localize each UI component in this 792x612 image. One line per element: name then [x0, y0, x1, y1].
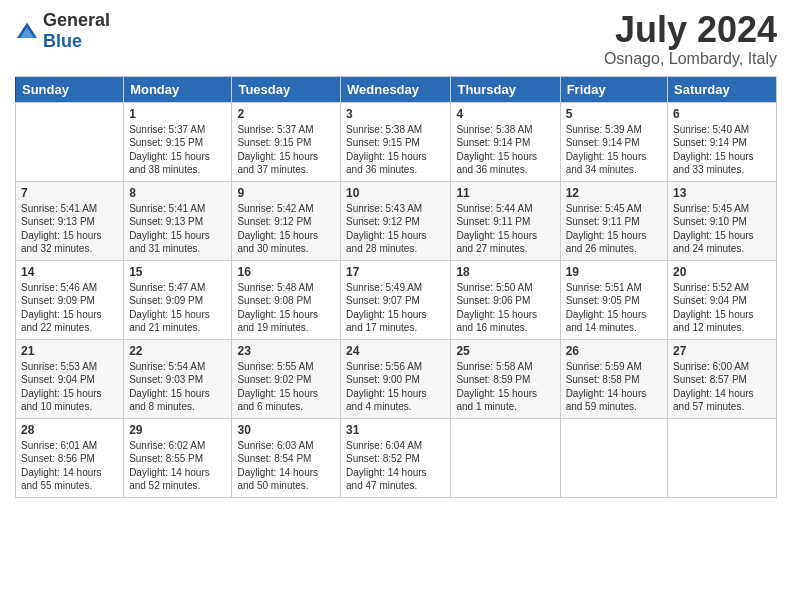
calendar-cell: 9 Sunrise: 5:42 AMSunset: 9:12 PMDayligh… — [232, 181, 341, 260]
day-info: Sunrise: 6:03 AMSunset: 8:54 PMDaylight:… — [237, 439, 335, 493]
calendar-week-3: 21 Sunrise: 5:53 AMSunset: 9:04 PMDaylig… — [16, 339, 777, 418]
calendar-cell: 24 Sunrise: 5:56 AMSunset: 9:00 PMDaylig… — [341, 339, 451, 418]
calendar-cell: 18 Sunrise: 5:50 AMSunset: 9:06 PMDaylig… — [451, 260, 560, 339]
day-number: 14 — [21, 265, 118, 279]
calendar-cell: 23 Sunrise: 5:55 AMSunset: 9:02 PMDaylig… — [232, 339, 341, 418]
day-number: 26 — [566, 344, 662, 358]
calendar-cell — [16, 102, 124, 181]
day-number: 28 — [21, 423, 118, 437]
calendar-cell — [451, 418, 560, 497]
day-info: Sunrise: 5:45 AMSunset: 9:10 PMDaylight:… — [673, 202, 771, 256]
day-number: 16 — [237, 265, 335, 279]
day-info: Sunrise: 5:38 AMSunset: 9:15 PMDaylight:… — [346, 123, 445, 177]
calendar-cell: 12 Sunrise: 5:45 AMSunset: 9:11 PMDaylig… — [560, 181, 667, 260]
day-number: 7 — [21, 186, 118, 200]
day-number: 13 — [673, 186, 771, 200]
calendar-table: Sunday Monday Tuesday Wednesday Thursday… — [15, 76, 777, 498]
calendar-cell: 30 Sunrise: 6:03 AMSunset: 8:54 PMDaylig… — [232, 418, 341, 497]
calendar-cell: 4 Sunrise: 5:38 AMSunset: 9:14 PMDayligh… — [451, 102, 560, 181]
calendar-cell: 14 Sunrise: 5:46 AMSunset: 9:09 PMDaylig… — [16, 260, 124, 339]
day-info: Sunrise: 5:55 AMSunset: 9:02 PMDaylight:… — [237, 360, 335, 414]
day-info: Sunrise: 5:42 AMSunset: 9:12 PMDaylight:… — [237, 202, 335, 256]
day-number: 3 — [346, 107, 445, 121]
calendar-cell: 20 Sunrise: 5:52 AMSunset: 9:04 PMDaylig… — [668, 260, 777, 339]
day-number: 30 — [237, 423, 335, 437]
day-info: Sunrise: 5:50 AMSunset: 9:06 PMDaylight:… — [456, 281, 554, 335]
col-monday: Monday — [124, 76, 232, 102]
calendar-cell: 10 Sunrise: 5:43 AMSunset: 9:12 PMDaylig… — [341, 181, 451, 260]
calendar-cell: 28 Sunrise: 6:01 AMSunset: 8:56 PMDaylig… — [16, 418, 124, 497]
calendar-cell: 5 Sunrise: 5:39 AMSunset: 9:14 PMDayligh… — [560, 102, 667, 181]
calendar-cell: 16 Sunrise: 5:48 AMSunset: 9:08 PMDaylig… — [232, 260, 341, 339]
day-number: 6 — [673, 107, 771, 121]
calendar-cell: 7 Sunrise: 5:41 AMSunset: 9:13 PMDayligh… — [16, 181, 124, 260]
day-info: Sunrise: 5:41 AMSunset: 9:13 PMDaylight:… — [21, 202, 118, 256]
day-info: Sunrise: 5:39 AMSunset: 9:14 PMDaylight:… — [566, 123, 662, 177]
page-container: General Blue July 2024 Osnago, Lombardy,… — [0, 0, 792, 508]
col-wednesday: Wednesday — [341, 76, 451, 102]
day-info: Sunrise: 5:59 AMSunset: 8:58 PMDaylight:… — [566, 360, 662, 414]
calendar-cell — [668, 418, 777, 497]
day-number: 19 — [566, 265, 662, 279]
day-info: Sunrise: 5:40 AMSunset: 9:14 PMDaylight:… — [673, 123, 771, 177]
col-thursday: Thursday — [451, 76, 560, 102]
day-info: Sunrise: 5:53 AMSunset: 9:04 PMDaylight:… — [21, 360, 118, 414]
calendar-cell: 8 Sunrise: 5:41 AMSunset: 9:13 PMDayligh… — [124, 181, 232, 260]
day-number: 20 — [673, 265, 771, 279]
day-info: Sunrise: 6:02 AMSunset: 8:55 PMDaylight:… — [129, 439, 226, 493]
day-number: 10 — [346, 186, 445, 200]
day-info: Sunrise: 6:00 AMSunset: 8:57 PMDaylight:… — [673, 360, 771, 414]
calendar-cell: 19 Sunrise: 5:51 AMSunset: 9:05 PMDaylig… — [560, 260, 667, 339]
day-info: Sunrise: 5:45 AMSunset: 9:11 PMDaylight:… — [566, 202, 662, 256]
day-number: 17 — [346, 265, 445, 279]
calendar-week-2: 14 Sunrise: 5:46 AMSunset: 9:09 PMDaylig… — [16, 260, 777, 339]
day-info: Sunrise: 5:41 AMSunset: 9:13 PMDaylight:… — [129, 202, 226, 256]
month-title: July 2024 — [604, 10, 777, 50]
logo-icon — [15, 21, 39, 41]
location-title: Osnago, Lombardy, Italy — [604, 50, 777, 68]
day-info: Sunrise: 5:54 AMSunset: 9:03 PMDaylight:… — [129, 360, 226, 414]
calendar-cell: 1 Sunrise: 5:37 AMSunset: 9:15 PMDayligh… — [124, 102, 232, 181]
day-info: Sunrise: 5:58 AMSunset: 8:59 PMDaylight:… — [456, 360, 554, 414]
calendar-cell: 27 Sunrise: 6:00 AMSunset: 8:57 PMDaylig… — [668, 339, 777, 418]
header: General Blue July 2024 Osnago, Lombardy,… — [15, 10, 777, 68]
day-info: Sunrise: 5:52 AMSunset: 9:04 PMDaylight:… — [673, 281, 771, 335]
day-info: Sunrise: 5:37 AMSunset: 9:15 PMDaylight:… — [129, 123, 226, 177]
col-tuesday: Tuesday — [232, 76, 341, 102]
day-number: 24 — [346, 344, 445, 358]
logo: General Blue — [15, 10, 110, 52]
col-friday: Friday — [560, 76, 667, 102]
calendar-cell: 17 Sunrise: 5:49 AMSunset: 9:07 PMDaylig… — [341, 260, 451, 339]
calendar-cell: 31 Sunrise: 6:04 AMSunset: 8:52 PMDaylig… — [341, 418, 451, 497]
calendar-cell — [560, 418, 667, 497]
day-number: 15 — [129, 265, 226, 279]
calendar-cell: 21 Sunrise: 5:53 AMSunset: 9:04 PMDaylig… — [16, 339, 124, 418]
title-area: July 2024 Osnago, Lombardy, Italy — [604, 10, 777, 68]
calendar-cell: 29 Sunrise: 6:02 AMSunset: 8:55 PMDaylig… — [124, 418, 232, 497]
day-info: Sunrise: 6:01 AMSunset: 8:56 PMDaylight:… — [21, 439, 118, 493]
col-sunday: Sunday — [16, 76, 124, 102]
header-row: Sunday Monday Tuesday Wednesday Thursday… — [16, 76, 777, 102]
day-number: 1 — [129, 107, 226, 121]
calendar-cell: 25 Sunrise: 5:58 AMSunset: 8:59 PMDaylig… — [451, 339, 560, 418]
day-number: 8 — [129, 186, 226, 200]
day-number: 4 — [456, 107, 554, 121]
day-number: 5 — [566, 107, 662, 121]
logo-blue: Blue — [43, 31, 82, 51]
day-number: 21 — [21, 344, 118, 358]
calendar-week-1: 7 Sunrise: 5:41 AMSunset: 9:13 PMDayligh… — [16, 181, 777, 260]
calendar-cell: 2 Sunrise: 5:37 AMSunset: 9:15 PMDayligh… — [232, 102, 341, 181]
day-info: Sunrise: 6:04 AMSunset: 8:52 PMDaylight:… — [346, 439, 445, 493]
day-info: Sunrise: 5:44 AMSunset: 9:11 PMDaylight:… — [456, 202, 554, 256]
calendar-cell: 11 Sunrise: 5:44 AMSunset: 9:11 PMDaylig… — [451, 181, 560, 260]
col-saturday: Saturday — [668, 76, 777, 102]
day-number: 31 — [346, 423, 445, 437]
day-info: Sunrise: 5:43 AMSunset: 9:12 PMDaylight:… — [346, 202, 445, 256]
day-info: Sunrise: 5:48 AMSunset: 9:08 PMDaylight:… — [237, 281, 335, 335]
day-info: Sunrise: 5:38 AMSunset: 9:14 PMDaylight:… — [456, 123, 554, 177]
day-number: 11 — [456, 186, 554, 200]
day-number: 2 — [237, 107, 335, 121]
logo-general: General — [43, 10, 110, 30]
day-number: 9 — [237, 186, 335, 200]
day-info: Sunrise: 5:49 AMSunset: 9:07 PMDaylight:… — [346, 281, 445, 335]
